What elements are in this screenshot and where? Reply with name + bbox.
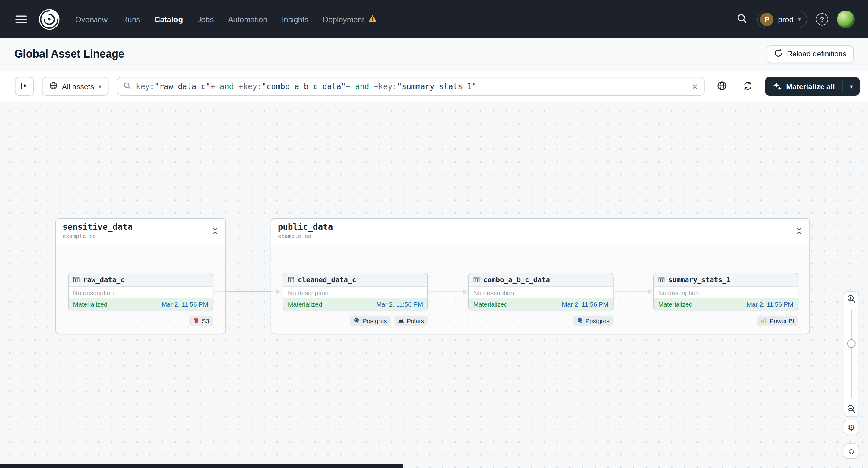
kind-tags-row: S3 bbox=[68, 316, 213, 326]
graph-settings-button[interactable]: ⚙ bbox=[844, 419, 859, 435]
lineage-canvas[interactable]: sensitive_data example_co public_data ex… bbox=[0, 103, 868, 468]
status-badge: Materialized bbox=[473, 301, 507, 308]
query-segment: key: bbox=[136, 82, 155, 91]
dagster-app: Overview Runs Catalog Jobs Automation In… bbox=[0, 0, 868, 468]
materialization-timestamp-link[interactable]: Mar 2, 11:56 PM bbox=[161, 301, 208, 308]
group-name: sensitive_data bbox=[63, 222, 219, 232]
asset-status-row: Materialized Mar 2, 11:56 PM bbox=[283, 299, 427, 311]
nav-item-deployment-label: Deployment bbox=[323, 15, 364, 24]
kind-tags-row: Power BI bbox=[653, 316, 799, 326]
asset-node-combo_a_b_c_data[interactable]: combo_a_b_c_data No description Material… bbox=[468, 273, 614, 311]
query-segment: and bbox=[215, 82, 238, 91]
nav-item-catalog[interactable]: Catalog bbox=[155, 15, 183, 24]
kind-tag-label: S3 bbox=[202, 317, 209, 324]
collapse-icon bbox=[211, 227, 219, 235]
zoom-controls bbox=[844, 291, 859, 417]
reload-definitions-button[interactable]: Reload definitions bbox=[767, 45, 854, 63]
collapse-group-button[interactable] bbox=[795, 226, 804, 238]
asset-name: combo_a_b_c_data bbox=[484, 276, 550, 284]
nav-item-insights[interactable]: Insights bbox=[282, 15, 308, 24]
chevron-down-icon: ▾ bbox=[850, 83, 853, 90]
group-name: public_data bbox=[278, 222, 803, 232]
nav-item-overview[interactable]: Overview bbox=[75, 15, 107, 24]
zoom-slider[interactable] bbox=[844, 306, 859, 402]
polars-icon bbox=[398, 317, 404, 324]
group-header: public_data example_co bbox=[271, 219, 810, 244]
query-segment: + bbox=[374, 82, 379, 91]
table-icon bbox=[288, 275, 294, 285]
status-badge: Materialized bbox=[658, 301, 692, 308]
kind-tag-polars[interactable]: Polars bbox=[394, 316, 428, 326]
chevron-down-icon: ▾ bbox=[798, 16, 801, 22]
graph-view-options-button[interactable] bbox=[713, 77, 731, 95]
asset-scope-dropdown[interactable]: All assets ▾ bbox=[42, 77, 109, 95]
nav-item-runs[interactable]: Runs bbox=[122, 15, 140, 24]
materialization-timestamp-link[interactable]: Mar 2, 11:56 PM bbox=[562, 301, 609, 308]
nav-item-automation[interactable]: Automation bbox=[228, 15, 267, 24]
asset-name: cleaned_data_c bbox=[298, 276, 356, 284]
materialization-timestamp-link[interactable]: Mar 2, 11:56 PM bbox=[747, 301, 793, 308]
asset-status-row: Materialized Mar 2, 11:56 PM bbox=[69, 299, 213, 311]
page-title: Global Asset Lineage bbox=[14, 48, 124, 60]
hamburger-icon bbox=[16, 15, 27, 17]
globe-icon bbox=[717, 81, 727, 92]
zoom-slider-knob[interactable] bbox=[847, 339, 856, 348]
zoom-out-icon bbox=[847, 405, 856, 413]
help-button[interactable]: ? bbox=[816, 13, 828, 25]
refresh-button[interactable] bbox=[739, 77, 757, 95]
search-icon bbox=[123, 81, 132, 92]
asset-node-raw_data_c[interactable]: raw_data_c No description Materialized M… bbox=[68, 273, 213, 311]
postgres-icon bbox=[577, 317, 583, 324]
materialize-split-button: Materialize all ▾ bbox=[765, 77, 860, 95]
nav-item-jobs[interactable]: Jobs bbox=[197, 15, 214, 24]
asset-node-cleaned_data_c[interactable]: cleaned_data_c No description Materializ… bbox=[283, 273, 428, 311]
page-header: Global Asset Lineage Reload definitions bbox=[0, 38, 868, 70]
query-segment: key: bbox=[243, 82, 262, 91]
kind-tag-postgres[interactable]: Postgres bbox=[573, 316, 614, 326]
kind-tag-label: Postgres bbox=[586, 317, 610, 324]
open-asset-panel-button[interactable] bbox=[15, 77, 34, 95]
query-segment: key: bbox=[379, 82, 397, 91]
dagster-logo-icon[interactable] bbox=[38, 7, 61, 31]
query-segment: and bbox=[350, 82, 374, 91]
deployment-switcher[interactable]: P prod ▾ bbox=[757, 10, 807, 28]
materialize-all-label: Materialize all bbox=[786, 82, 835, 91]
query-segment: + bbox=[346, 82, 350, 91]
hamburger-menu-button[interactable] bbox=[13, 13, 29, 25]
asset-node-header: raw_data_c bbox=[69, 274, 213, 287]
text-caret bbox=[482, 81, 483, 91]
materialization-timestamp-link[interactable]: Mar 2, 11:56 PM bbox=[376, 301, 423, 308]
search-button[interactable] bbox=[736, 12, 749, 27]
clear-filter-button[interactable]: × bbox=[691, 82, 699, 91]
asset-scope-label: All assets bbox=[62, 82, 94, 91]
nav-item-deployment[interactable]: Deployment bbox=[323, 14, 377, 24]
asset-filter-input[interactable]: key:"raw_data_c"+ and +key:"combo_a_b_c_… bbox=[117, 77, 705, 95]
collapse-group-button[interactable] bbox=[210, 226, 220, 238]
table-icon bbox=[73, 275, 80, 285]
primary-nav: Overview Runs Catalog Jobs Automation In… bbox=[75, 14, 377, 24]
reload-icon bbox=[774, 49, 782, 59]
deployment-avatar: P bbox=[760, 12, 773, 26]
asset-name: summary_stats_1 bbox=[668, 276, 731, 284]
status-badge: Materialized bbox=[288, 301, 322, 308]
zoom-in-button[interactable] bbox=[844, 292, 859, 306]
powerbi-icon bbox=[761, 317, 767, 324]
warning-icon bbox=[368, 14, 377, 24]
materialize-options-button[interactable]: ▾ bbox=[843, 77, 860, 95]
feedback-button[interactable]: ☺ bbox=[844, 443, 859, 459]
kind-tag-powerbi[interactable]: Power BI bbox=[757, 316, 798, 326]
chevron-down-icon: ▾ bbox=[98, 84, 101, 89]
asset-node-header: summary_stats_1 bbox=[654, 274, 798, 287]
kind-tags-row: Postgres bbox=[468, 316, 614, 326]
materialize-all-button[interactable]: Materialize all bbox=[765, 77, 842, 95]
zoom-out-button[interactable] bbox=[844, 402, 859, 416]
kind-tag-postgres[interactable]: Postgres bbox=[350, 316, 391, 326]
asset-description: No description bbox=[654, 287, 798, 299]
zoom-slider-track bbox=[850, 309, 852, 399]
asset-node-summary_stats_1[interactable]: summary_stats_1 No description Materiali… bbox=[653, 273, 799, 311]
kind-tag-s3[interactable]: S3 bbox=[189, 316, 213, 326]
zoom-in-icon bbox=[847, 294, 856, 303]
query-segment: "combo_a_b_c_data" bbox=[262, 82, 346, 91]
user-avatar[interactable] bbox=[837, 10, 855, 28]
asset-description: No description bbox=[469, 287, 613, 299]
